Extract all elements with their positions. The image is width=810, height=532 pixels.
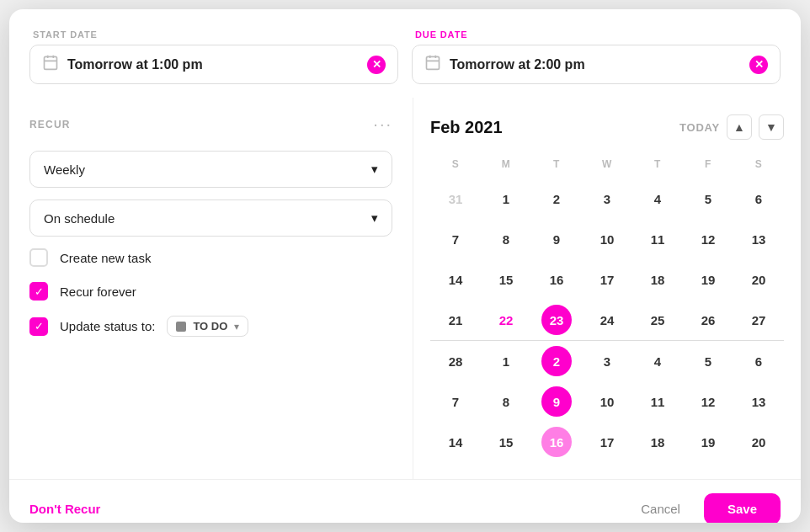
calendar-day[interactable]: 16 [531, 422, 582, 462]
calendar-day[interactable]: 5 [683, 341, 733, 382]
day-cell: 5 [693, 184, 723, 214]
due-date-clear[interactable]: ✕ [749, 56, 768, 74]
frequency-value: Weekly [44, 162, 85, 177]
calendar-day[interactable]: 19 [683, 422, 733, 462]
day-cell: 13 [743, 386, 774, 417]
day-cell: 13 [743, 224, 774, 254]
calendar-day[interactable]: 15 [481, 422, 531, 462]
due-date-input[interactable]: Tomorrow at 2:00 pm ✕ [412, 45, 781, 84]
calendar-day[interactable]: 31 [430, 178, 481, 219]
create-task-checkbox[interactable] [29, 248, 48, 267]
day-header-tue: T [531, 155, 582, 178]
recur-title: RECUR [29, 119, 71, 130]
start-date-input[interactable]: Tomorrow at 1:00 pm ✕ [29, 45, 398, 84]
day-cell: 10 [592, 224, 622, 254]
calendar-day[interactable]: 8 [481, 381, 531, 422]
calendar-day[interactable]: 1 [481, 341, 531, 382]
day-header-fri: F [683, 155, 733, 178]
calendar-day[interactable]: 3 [582, 341, 632, 382]
calendar-day[interactable]: 27 [733, 300, 784, 341]
status-square-icon [176, 322, 186, 332]
calendar-day[interactable]: 15 [481, 259, 531, 300]
schedule-dropdown[interactable]: On schedule ▾ [29, 200, 392, 237]
calendar-day[interactable]: 10 [582, 381, 632, 422]
day-cell: 14 [440, 427, 471, 457]
calendar-day[interactable]: 22 [481, 300, 531, 341]
main-content: RECUR ··· Weekly ▾ On schedule ▾ Create … [9, 98, 801, 479]
next-month-button[interactable]: ▼ [759, 114, 784, 140]
calendar-day[interactable]: 28 [430, 341, 481, 382]
calendar-day[interactable]: 6 [733, 341, 784, 382]
calendar-day[interactable]: 7 [430, 381, 481, 422]
dont-recur-button[interactable]: Don't Recur [29, 502, 100, 516]
recur-header: RECUR ··· [29, 114, 392, 134]
calendar-day[interactable]: 23 [531, 300, 582, 341]
calendar-day[interactable]: 25 [632, 300, 683, 341]
prev-month-button[interactable]: ▲ [727, 114, 752, 140]
day-cell: 26 [693, 305, 723, 335]
day-cell: 15 [491, 427, 521, 457]
calendar-day[interactable]: 16 [531, 259, 582, 300]
calendar-day[interactable]: 13 [733, 219, 784, 259]
calendar-day[interactable]: 21 [430, 300, 481, 341]
calendar-day[interactable]: 14 [430, 422, 481, 462]
schedule-chevron-icon: ▾ [371, 210, 378, 226]
calendar-day[interactable]: 5 [683, 178, 733, 219]
save-button[interactable]: Save [704, 493, 781, 523]
calendar-day[interactable]: 18 [632, 422, 683, 462]
day-cell: 23 [541, 305, 572, 335]
day-cell: 25 [642, 305, 673, 335]
calendar-day[interactable]: 8 [481, 219, 531, 259]
day-cell: 11 [642, 386, 673, 417]
start-date-clear[interactable]: ✕ [367, 56, 386, 74]
day-cell: 19 [693, 264, 723, 295]
calendar-day[interactable]: 7 [430, 219, 481, 259]
calendar-day[interactable]: 18 [632, 259, 683, 300]
calendar-day[interactable]: 12 [683, 219, 733, 259]
calendar-day[interactable]: 14 [430, 259, 481, 300]
day-cell: 1 [491, 346, 521, 376]
day-header-mon: M [481, 155, 531, 178]
day-cell: 16 [541, 264, 572, 295]
calendar-day[interactable]: 11 [632, 219, 683, 259]
calendar-day[interactable]: 17 [582, 259, 632, 300]
calendar-day[interactable]: 13 [733, 381, 784, 422]
cancel-button[interactable]: Cancel [627, 495, 694, 523]
update-status-checkbox[interactable]: ✓ [29, 317, 48, 336]
recur-forever-label: Recur forever [60, 285, 136, 299]
update-status-row: ✓ Update status to: TO DO ▾ [29, 316, 392, 337]
day-cell: 31 [440, 184, 471, 214]
calendar-day[interactable]: 9 [531, 381, 582, 422]
calendar-day[interactable]: 4 [632, 341, 683, 382]
calendar-day[interactable]: 17 [582, 422, 632, 462]
calendar-day[interactable]: 9 [531, 219, 582, 259]
day-header-sat: S [733, 155, 784, 178]
calendar-day[interactable]: 3 [582, 178, 632, 219]
day-cell: 17 [592, 427, 622, 457]
calendar-day[interactable]: 4 [632, 178, 683, 219]
calendar-day[interactable]: 20 [733, 422, 784, 462]
calendar-day[interactable]: 10 [582, 219, 632, 259]
due-date-value: Tomorrow at 2:00 pm [450, 57, 741, 72]
day-cell: 16 [541, 427, 572, 457]
calendar-day[interactable]: 2 [531, 341, 582, 382]
recur-forever-checkbox[interactable]: ✓ [29, 282, 48, 301]
start-date-field: START DATE Tomorrow at 1:00 pm ✕ [29, 29, 398, 84]
calendar-day[interactable]: 24 [582, 300, 632, 341]
calendar-day[interactable]: 19 [683, 259, 733, 300]
calendar-day[interactable]: 26 [683, 300, 733, 341]
more-options-button[interactable]: ··· [373, 114, 392, 134]
status-dropdown[interactable]: TO DO ▾ [167, 316, 248, 337]
frequency-dropdown[interactable]: Weekly ▾ [29, 151, 392, 188]
day-cell: 1 [491, 184, 521, 214]
right-actions: Cancel Save [627, 493, 781, 523]
today-button[interactable]: TODAY [679, 121, 720, 134]
calendar-day[interactable]: 2 [531, 178, 582, 219]
calendar-day[interactable]: 1 [481, 178, 531, 219]
calendar-day[interactable]: 20 [733, 259, 784, 300]
calendar-day[interactable]: 6 [733, 178, 784, 219]
day-cell: 15 [491, 264, 521, 295]
recur-forever-row: ✓ Recur forever [29, 282, 392, 301]
calendar-day[interactable]: 12 [683, 381, 733, 422]
calendar-day[interactable]: 11 [632, 381, 683, 422]
